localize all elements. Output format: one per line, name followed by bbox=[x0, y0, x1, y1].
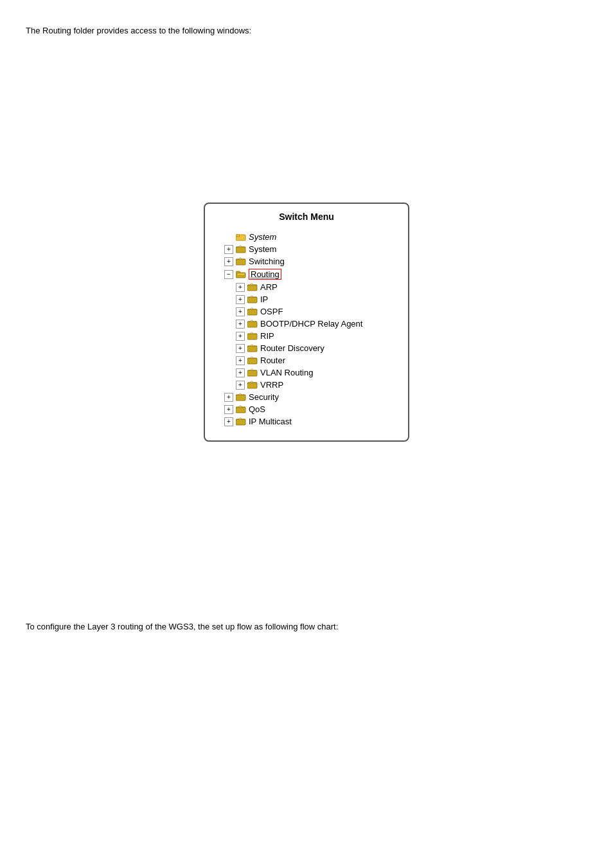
security-item[interactable]: + Security bbox=[215, 391, 398, 403]
folder-icon bbox=[247, 368, 258, 377]
arp-item[interactable]: + ARP bbox=[215, 281, 398, 293]
outro-text: To configure the Layer 3 routing of the … bbox=[26, 622, 587, 631]
ip-multicast-label: IP Multicast bbox=[249, 417, 292, 426]
svg-rect-16 bbox=[236, 419, 245, 425]
ip-expand[interactable]: + bbox=[236, 295, 245, 304]
svg-rect-3 bbox=[236, 259, 245, 265]
folder-open-icon bbox=[236, 270, 246, 278]
svg-rect-11 bbox=[247, 358, 257, 364]
svg-rect-9 bbox=[247, 334, 257, 339]
folder-icon bbox=[247, 283, 258, 291]
svg-rect-8 bbox=[247, 321, 257, 327]
router-discovery-expand[interactable]: + bbox=[236, 344, 245, 353]
folder-icon bbox=[236, 233, 246, 241]
folder-icon bbox=[247, 332, 258, 340]
svg-rect-1 bbox=[236, 235, 240, 237]
svg-rect-10 bbox=[247, 346, 257, 352]
vlan-routing-item[interactable]: + VLAN Routing bbox=[215, 366, 398, 379]
svg-rect-2 bbox=[236, 247, 245, 253]
routing-label: Routing bbox=[249, 269, 281, 280]
folder-icon bbox=[236, 417, 246, 426]
security-expand[interactable]: + bbox=[224, 393, 233, 402]
ip-multicast-expand[interactable]: + bbox=[224, 417, 233, 426]
switching-item[interactable]: + Switching bbox=[215, 255, 398, 267]
svg-rect-7 bbox=[247, 309, 257, 315]
arp-expand[interactable]: + bbox=[236, 283, 245, 292]
intro-text: The Routing folder provides access to th… bbox=[26, 26, 587, 35]
rip-expand[interactable]: + bbox=[236, 332, 245, 341]
ip-multicast-item[interactable]: + IP Multicast bbox=[215, 415, 398, 428]
qos-item[interactable]: + QoS bbox=[215, 403, 398, 415]
ospf-expand[interactable]: + bbox=[236, 307, 245, 316]
folder-icon bbox=[236, 393, 246, 401]
security-label: Security bbox=[249, 392, 279, 402]
switching-label: Switching bbox=[249, 257, 285, 266]
ip-item[interactable]: + IP bbox=[215, 293, 398, 305]
system-icon-label: System bbox=[249, 232, 276, 242]
folder-icon bbox=[236, 245, 246, 253]
bootp-item[interactable]: + BOOTP/DHCP Relay Agent bbox=[215, 318, 398, 330]
ip-label: IP bbox=[260, 294, 268, 304]
system-item[interactable]: + System bbox=[215, 243, 398, 255]
router-discovery-item[interactable]: + Router Discovery bbox=[215, 342, 398, 354]
routing-expand[interactable]: − bbox=[224, 270, 233, 279]
bootp-label: BOOTP/DHCP Relay Agent bbox=[260, 319, 362, 329]
folder-icon bbox=[247, 320, 258, 328]
ospf-label: OSPF bbox=[260, 307, 283, 316]
svg-rect-14 bbox=[236, 395, 245, 401]
vlan-routing-expand[interactable]: + bbox=[236, 368, 245, 377]
ospf-item[interactable]: + OSPF bbox=[215, 305, 398, 318]
svg-rect-5 bbox=[247, 285, 257, 291]
vrrp-expand[interactable]: + bbox=[236, 381, 245, 390]
folder-icon bbox=[247, 344, 258, 352]
system-expand[interactable]: + bbox=[224, 245, 233, 254]
qos-label: QoS bbox=[249, 404, 265, 414]
folder-icon bbox=[236, 257, 246, 266]
folder-icon bbox=[236, 405, 246, 413]
system-icon-item: System bbox=[215, 231, 398, 243]
switching-expand[interactable]: + bbox=[224, 257, 233, 266]
routing-item[interactable]: − Routing bbox=[215, 267, 398, 281]
folder-icon bbox=[247, 356, 258, 365]
system-label: System bbox=[249, 244, 276, 254]
folder-icon bbox=[247, 307, 258, 316]
folder-icon bbox=[247, 295, 258, 303]
arp-label: ARP bbox=[260, 282, 278, 292]
rip-label: RIP bbox=[260, 331, 274, 341]
router-item[interactable]: + Router bbox=[215, 354, 398, 366]
router-discovery-label: Router Discovery bbox=[260, 343, 324, 353]
qos-expand[interactable]: + bbox=[224, 405, 233, 414]
rip-item[interactable]: + RIP bbox=[215, 330, 398, 342]
menu-title: Switch Menu bbox=[215, 212, 398, 222]
bootp-expand[interactable]: + bbox=[236, 320, 245, 329]
vrrp-item[interactable]: + VRRP bbox=[215, 379, 398, 391]
svg-rect-13 bbox=[247, 383, 257, 388]
switch-menu-box: Switch Menu System + System bbox=[204, 203, 409, 442]
svg-rect-6 bbox=[247, 297, 257, 303]
router-label: Router bbox=[260, 356, 285, 365]
vrrp-label: VRRP bbox=[260, 380, 283, 390]
router-expand[interactable]: + bbox=[236, 356, 245, 365]
svg-rect-12 bbox=[247, 370, 257, 376]
svg-rect-15 bbox=[236, 407, 245, 413]
folder-icon bbox=[247, 381, 258, 389]
vlan-routing-label: VLAN Routing bbox=[260, 368, 313, 377]
